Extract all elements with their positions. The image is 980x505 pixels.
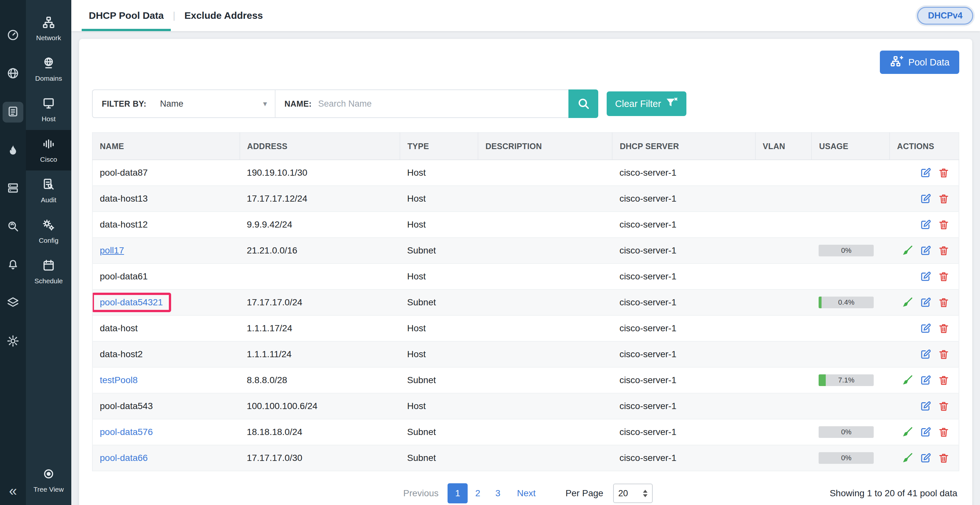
cell-description bbox=[478, 290, 612, 315]
sidebar-item-audit[interactable]: Audit bbox=[26, 170, 71, 211]
sidebar-item-cisco[interactable]: Cisco bbox=[26, 130, 71, 170]
rail-item-layers[interactable] bbox=[3, 293, 23, 314]
delete-button[interactable] bbox=[938, 167, 950, 178]
cell-actions bbox=[889, 212, 959, 237]
filter-by-value: Name bbox=[160, 99, 183, 109]
rail-item-dns-globe[interactable] bbox=[3, 64, 23, 84]
sidebar-item-config[interactable]: Config bbox=[26, 211, 71, 252]
delete-button[interactable] bbox=[938, 400, 950, 412]
edit-button[interactable] bbox=[920, 193, 931, 204]
table-row: data-host 1.1.1.17/24 Host cisco-server-… bbox=[92, 315, 959, 341]
pool-name-link[interactable]: pool-data54321 bbox=[100, 297, 163, 307]
cell-usage: 0% bbox=[811, 419, 889, 445]
edit-button[interactable] bbox=[920, 167, 931, 178]
rail-item-tools[interactable] bbox=[3, 331, 23, 352]
pool-name-link[interactable]: pool-data576 bbox=[100, 427, 153, 437]
edit-icon bbox=[920, 245, 931, 256]
page-1-button[interactable]: 1 bbox=[447, 483, 468, 503]
edit-button[interactable] bbox=[920, 349, 931, 360]
filter-x-icon bbox=[665, 96, 678, 112]
edit-button[interactable] bbox=[920, 219, 931, 231]
add-pool-data-button[interactable]: Pool Data bbox=[880, 51, 959, 74]
rail-item-servers[interactable] bbox=[3, 178, 23, 199]
edit-button[interactable] bbox=[920, 374, 931, 386]
delete-button[interactable] bbox=[938, 193, 950, 204]
cell-vlan bbox=[756, 263, 812, 290]
cell-name: pool-data87 bbox=[92, 160, 240, 186]
cell-type: Host bbox=[400, 263, 478, 290]
rail-item-bell[interactable] bbox=[3, 255, 23, 276]
delete-icon bbox=[938, 193, 950, 204]
clean-button[interactable] bbox=[902, 245, 913, 256]
per-page-select[interactable]: 20 bbox=[613, 484, 653, 503]
pagination-summary: Showing 1 to 20 of 41 pool data bbox=[830, 488, 957, 499]
edit-button[interactable] bbox=[920, 452, 931, 464]
pool-name-text: pool-data61 bbox=[100, 271, 148, 281]
tab-exclude-address[interactable]: Exclude Address bbox=[176, 0, 271, 31]
pagination-next[interactable]: Next bbox=[512, 488, 540, 499]
search-button[interactable] bbox=[568, 89, 598, 118]
cell-usage bbox=[811, 263, 889, 290]
clear-filter-button[interactable]: Clear Filter bbox=[607, 91, 686, 116]
rail-item-user-search[interactable] bbox=[3, 217, 23, 237]
delete-button[interactable] bbox=[938, 426, 950, 438]
table-row: testPool8 8.8.8.0/28 Subnet cisco-server… bbox=[92, 367, 959, 393]
delete-button[interactable] bbox=[938, 271, 950, 282]
clean-button[interactable] bbox=[902, 426, 913, 438]
delete-button[interactable] bbox=[938, 374, 950, 386]
delete-icon bbox=[938, 219, 950, 231]
sidebar-item-tree-view[interactable]: Tree View bbox=[26, 460, 71, 500]
dns-globe-icon bbox=[6, 67, 19, 81]
pagination-previous[interactable]: Previous bbox=[399, 488, 443, 499]
usage-percent: 0.4% bbox=[819, 296, 874, 308]
delete-button[interactable] bbox=[938, 219, 950, 231]
search-name-input[interactable] bbox=[312, 99, 568, 109]
rail-item-flame[interactable] bbox=[3, 140, 23, 161]
config-icon bbox=[42, 218, 56, 233]
delete-button[interactable] bbox=[938, 245, 950, 256]
cell-actions bbox=[889, 237, 959, 263]
delete-icon bbox=[938, 426, 950, 438]
delete-button[interactable] bbox=[938, 452, 950, 464]
page-2-button[interactable]: 2 bbox=[468, 483, 488, 503]
pool-name-text: pool-data543 bbox=[100, 401, 153, 411]
cell-type: Host bbox=[400, 186, 478, 212]
delete-button[interactable] bbox=[938, 349, 950, 360]
sidebar-item-label: Schedule bbox=[34, 277, 63, 285]
table-row: pool-data543 100.100.100.6/24 Host cisco… bbox=[92, 393, 959, 419]
clean-button[interactable] bbox=[902, 296, 913, 308]
column-type: TYPE bbox=[400, 132, 478, 160]
cell-dhcp-server: cisco-server-1 bbox=[612, 263, 755, 290]
filter-by-label: FILTER BY: bbox=[93, 99, 146, 108]
table-row: data-host13 17.17.17.12/24 Host cisco-se… bbox=[92, 186, 959, 212]
clean-button[interactable] bbox=[902, 374, 913, 386]
tab-dhcp-pool-data[interactable]: DHCP Pool Data bbox=[80, 0, 172, 31]
sidebar-item-host[interactable]: Host bbox=[26, 89, 71, 130]
collapse-chevrons-icon[interactable]: « bbox=[9, 484, 17, 498]
filter-by-select[interactable]: Name ▾ bbox=[160, 99, 267, 109]
cell-actions bbox=[889, 315, 959, 341]
edit-button[interactable] bbox=[920, 271, 931, 282]
edit-button[interactable] bbox=[920, 245, 931, 256]
page-3-button[interactable]: 3 bbox=[488, 483, 508, 503]
pool-name-link[interactable]: pool-data66 bbox=[100, 453, 148, 463]
sidebar-item-network[interactable]: Network bbox=[26, 8, 71, 49]
edit-button[interactable] bbox=[920, 426, 931, 438]
rail-item-notes[interactable] bbox=[3, 102, 23, 123]
rail-item-gauge[interactable] bbox=[3, 25, 23, 46]
pool-name-link[interactable]: testPool8 bbox=[100, 375, 138, 385]
clean-button[interactable] bbox=[902, 452, 913, 464]
pool-name-link[interactable]: poll17 bbox=[100, 245, 124, 255]
sidebar-item-schedule[interactable]: Schedule bbox=[26, 252, 71, 292]
gauge-icon bbox=[6, 29, 19, 43]
edit-button[interactable] bbox=[920, 400, 931, 412]
table-row: poll17 21.21.0.0/16 Subnet cisco-server-… bbox=[92, 237, 959, 263]
edit-button[interactable] bbox=[920, 296, 931, 308]
edit-icon bbox=[920, 322, 931, 334]
delete-button[interactable] bbox=[938, 296, 950, 308]
edit-button[interactable] bbox=[920, 322, 931, 334]
protocol-toggle[interactable]: DHCPv4 bbox=[915, 5, 975, 26]
sidebar-item-domains[interactable]: Domains bbox=[26, 49, 71, 89]
cell-usage: 0% bbox=[811, 445, 889, 471]
delete-button[interactable] bbox=[938, 322, 950, 334]
